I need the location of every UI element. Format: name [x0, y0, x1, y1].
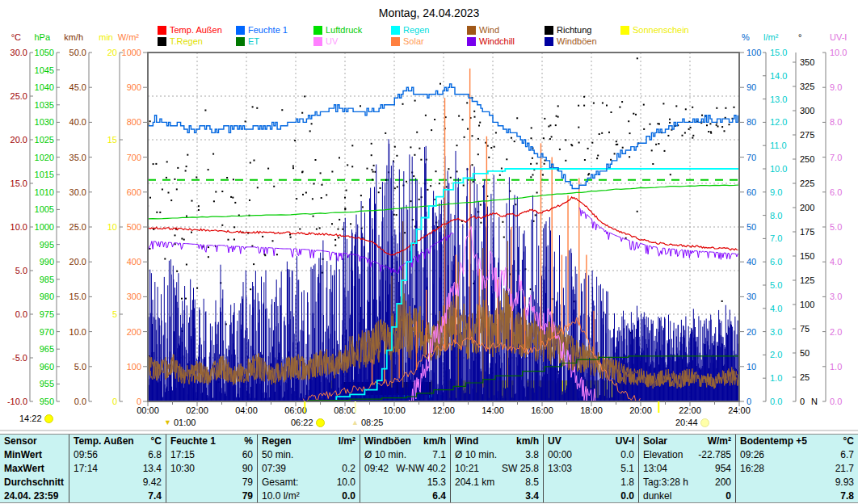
table-cell-value: 79: [242, 477, 253, 488]
table-row: 204.1 km8.5: [451, 475, 543, 489]
svg-text:75: 75: [800, 324, 810, 334]
svg-text:10.0: 10.0: [69, 327, 86, 337]
table-cell-time: 50 min.: [262, 449, 293, 460]
table-cell-value: 7.1: [432, 449, 446, 460]
svg-text:10.0: 10.0: [11, 222, 27, 232]
table-row: 13:04954: [639, 462, 735, 476]
sun-icon: [44, 414, 53, 423]
table-cell-value: 6.4: [432, 490, 446, 502]
table-column-regen: Regenl/m²50 min.07:390.2Gesamt:10.010.0 …: [257, 435, 360, 502]
svg-text:20:00: 20:00: [629, 405, 652, 415]
table-cell-value: 0: [726, 490, 731, 502]
axis-°: 0255075100125150175200225250275300325350…: [793, 52, 818, 406]
svg-text:990: 990: [40, 257, 54, 267]
svg-text:9.0: 9.0: [830, 82, 842, 92]
table-row: 50 min.: [258, 448, 360, 462]
svg-text:22:00: 22:00: [679, 405, 701, 415]
svg-text:0.0: 0.0: [15, 309, 27, 319]
svg-text:12:00: 12:00: [432, 405, 455, 415]
svg-text:2.0: 2.0: [830, 327, 842, 337]
svg-text:700: 700: [127, 153, 141, 162]
svg-text:1035: 1035: [35, 100, 54, 110]
svg-text:225: 225: [800, 178, 814, 188]
annotation-time-label: 01:00: [174, 418, 196, 427]
svg-text:1020: 1020: [35, 153, 54, 162]
svg-text:4.0: 4.0: [830, 257, 842, 267]
svg-text:985: 985: [40, 275, 54, 284]
table-cell-value: 5.1: [620, 463, 634, 474]
table-cell-value: 13.4: [143, 463, 162, 474]
axis-unit-label: hPa: [34, 32, 50, 42]
table-header-unit: °C: [843, 435, 854, 447]
time-annotation-0622: 06:22: [291, 418, 325, 427]
svg-text:14.0: 14.0: [770, 71, 787, 81]
table-cell-time: Ø 10 min.: [364, 449, 406, 460]
table-cell-value: -22.785: [698, 449, 731, 460]
table-cell-time: 16:28: [740, 463, 764, 474]
svg-text:-5.0: -5.0: [12, 353, 27, 363]
table-row: 07:390.2: [258, 462, 360, 476]
table-column-uv: UVUV-I00:000.013:035.11.80.0: [543, 435, 638, 502]
svg-text:250: 250: [800, 154, 814, 164]
table-row: 15.3: [360, 475, 450, 489]
svg-text:24:00: 24:00: [728, 405, 751, 415]
table-header-row: Windkm/h: [451, 435, 543, 448]
svg-text:8.0: 8.0: [770, 211, 782, 220]
table-header-label: Wind: [455, 435, 478, 447]
table-row: Sensor: [0, 435, 69, 448]
table-cell-time: 10.0 l/m²: [262, 490, 300, 502]
table-cell-value: 60: [242, 449, 253, 460]
table-row-label: MinWert: [4, 449, 42, 460]
svg-text:3.0: 3.0: [830, 292, 842, 301]
table-cell-value: 200: [715, 477, 731, 488]
svg-text:900: 900: [127, 82, 141, 92]
table-header-row: UVUV-I: [544, 435, 638, 448]
svg-text:9.0: 9.0: [770, 187, 782, 197]
axis-%: 0102030405060708090100: [739, 48, 761, 406]
svg-text:5.0: 5.0: [15, 266, 27, 275]
svg-text:970: 970: [40, 327, 54, 337]
svg-text:10.0: 10.0: [830, 48, 847, 57]
svg-text:1.0: 1.0: [830, 362, 842, 372]
table-cell-time: 10:21: [455, 463, 479, 474]
table-header-label: Temp. Außen: [74, 435, 134, 447]
axis-unit-label: %: [742, 32, 750, 42]
annotation-time-label: 08:25: [361, 418, 384, 427]
table-row: 7.8: [736, 489, 858, 502]
table-cell-time: 204.1 km: [455, 477, 494, 488]
table-cell-value: 3.4: [525, 490, 539, 502]
table-row: Gesamt:10.0: [258, 475, 360, 489]
axis-UV-I: 0.01.02.03.04.05.06.07.08.09.010.0: [822, 48, 847, 406]
table-cell-value: 8.5: [525, 477, 539, 488]
table-row: 09:42W-NW 40.2: [360, 462, 450, 476]
svg-text:25.0: 25.0: [69, 222, 86, 232]
table-cell-value: 10.0: [337, 477, 355, 488]
table-row-label: Durchschnitt: [4, 477, 64, 488]
svg-text:15.0: 15.0: [69, 292, 86, 301]
svg-text:955: 955: [40, 379, 54, 388]
table-row: 00:000.0: [544, 448, 638, 462]
svg-text:50.0: 50.0: [69, 48, 86, 57]
table-row: Durchschnitt: [0, 475, 69, 489]
table-cell-time: 09:26: [740, 449, 764, 460]
svg-text:10: 10: [107, 222, 117, 232]
svg-text:10.0: 10.0: [770, 164, 787, 174]
svg-text:0.0: 0.0: [74, 397, 86, 406]
svg-text:90: 90: [747, 82, 756, 92]
svg-text:5.0: 5.0: [74, 362, 86, 372]
svg-text:1010: 1010: [35, 187, 54, 197]
sun-icon: [316, 418, 325, 427]
table-cell-value: 7.8: [840, 490, 854, 502]
table-cell-time: 13:03: [548, 463, 572, 474]
svg-text:8.0: 8.0: [830, 117, 842, 127]
axis-km/h: 0.05.010.015.020.025.030.035.040.045.050…: [69, 48, 92, 406]
svg-text:15: 15: [107, 135, 117, 145]
table-header-row: Temp. Außen°C: [69, 435, 166, 448]
table-cell-value: 0.2: [342, 463, 355, 474]
svg-text:20: 20: [747, 327, 756, 337]
table-row: 10.0 l/m²0.0: [258, 489, 360, 502]
axis-hPa: 9509559609659709759809859909951000100510…: [35, 48, 60, 406]
table-row-label: Sensor: [4, 435, 37, 447]
table-cell-value: 954: [715, 463, 731, 474]
svg-text:7.0: 7.0: [770, 233, 782, 243]
